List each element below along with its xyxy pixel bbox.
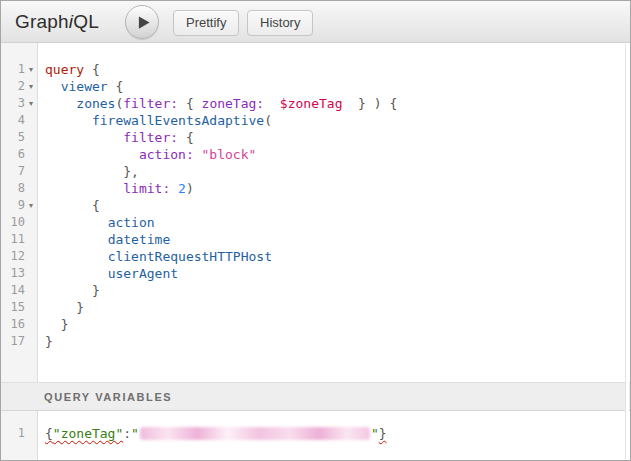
code-line[interactable]: { (45, 197, 625, 214)
code-token: } (45, 283, 100, 298)
code-token (45, 113, 92, 128)
variables-editor-code[interactable]: {"zoneTag":""} (39, 411, 625, 460)
code-line[interactable]: userAgent (45, 265, 625, 282)
code-token: action: (139, 147, 194, 162)
code-token: ) (186, 181, 194, 196)
app-title: GraphiQL (15, 11, 99, 33)
gutter-line: 1▾ (1, 61, 37, 78)
code-line[interactable]: firewallEventsAdaptive( (45, 112, 625, 129)
query-editor-gutter: 1▾2▾3▾456789▾1011121314151617 (1, 43, 38, 382)
gutter-line: 8 (1, 180, 37, 197)
line-number: 3 (1, 95, 25, 112)
code-token: } (379, 426, 387, 441)
line-number: 1 (1, 61, 25, 78)
code-line[interactable]: zones(filter: { zoneTag: $zoneTag } ) { (45, 95, 625, 112)
gutter-line: 12 (1, 248, 37, 265)
code-token (45, 79, 61, 94)
code-token: userAgent (108, 266, 178, 281)
code-token: : (123, 426, 131, 441)
redacted-zone-tag-value (140, 427, 370, 440)
code-token: } (45, 300, 84, 315)
code-token: { (84, 62, 100, 77)
line-number: 6 (1, 146, 25, 163)
gutter-line: 1 (1, 425, 37, 442)
code-token: } (45, 317, 68, 332)
scrollbar-gutter (625, 44, 629, 459)
gutter-line: 3▾ (1, 95, 37, 112)
line-number: 2 (1, 78, 25, 95)
execute-button[interactable] (125, 5, 159, 39)
fold-arrow-icon[interactable]: ▾ (25, 61, 37, 78)
app-title-ql: QL (73, 11, 99, 32)
code-line[interactable]: action: "block" (45, 146, 625, 163)
code-token: { (45, 198, 100, 213)
code-line[interactable]: limit: 2) (45, 180, 625, 197)
toolbar: GraphiQL Prettify History (1, 1, 630, 43)
code-token (45, 232, 108, 247)
play-icon (126, 9, 158, 37)
code-token: " (131, 426, 139, 441)
graphiql-window: GraphiQL Prettify History 1▾2▾3▾456789▾1… (0, 0, 631, 461)
code-token (45, 130, 123, 145)
code-line[interactable]: clientRequestHTTPHost (45, 248, 625, 265)
gutter-line: 11 (1, 231, 37, 248)
code-token: { (178, 130, 194, 145)
code-line[interactable]: datetime (45, 231, 625, 248)
code-token (45, 266, 108, 281)
code-token: } (45, 334, 53, 349)
code-token: zoneTag: (202, 96, 265, 111)
code-token: "block" (202, 147, 257, 162)
code-token: action (108, 215, 155, 230)
query-variables-header[interactable]: QUERY VARIABLES (1, 382, 630, 411)
gutter-line: 13 (1, 265, 37, 282)
code-token: 2 (178, 181, 186, 196)
code-token: filter: (123, 130, 178, 145)
code-line[interactable]: query { (45, 61, 625, 78)
code-token: ( (264, 113, 272, 128)
gutter-line: 14 (1, 282, 37, 299)
line-number: 5 (1, 129, 25, 146)
code-line[interactable]: } (45, 282, 625, 299)
line-number: 7 (1, 163, 25, 180)
gutter-line: 2▾ (1, 78, 37, 95)
code-token: " (371, 426, 379, 441)
history-button[interactable]: History (247, 10, 313, 36)
code-line[interactable]: viewer { (45, 78, 625, 95)
code-token: clientRequestHTTPHost (108, 249, 272, 264)
variables-editor-gutter: 1 (1, 411, 38, 460)
code-token: datetime (108, 232, 171, 247)
gutter-line: 17 (1, 333, 37, 350)
code-line[interactable]: } (45, 316, 625, 333)
line-number: 17 (1, 333, 25, 350)
variables-editor[interactable]: 1 {"zoneTag":""} (1, 411, 630, 460)
code-token: { (178, 96, 201, 111)
line-number: 12 (1, 248, 25, 265)
code-line[interactable]: action (45, 214, 625, 231)
code-line[interactable]: } (45, 333, 625, 350)
code-token: } ) { (342, 96, 397, 111)
code-line[interactable]: } (45, 299, 625, 316)
code-token (45, 215, 108, 230)
code-token (45, 96, 76, 111)
code-token (45, 249, 108, 264)
code-line[interactable]: filter: { (45, 129, 625, 146)
gutter-line: 16 (1, 316, 37, 333)
fold-arrow-icon[interactable]: ▾ (25, 197, 37, 214)
prettify-button[interactable]: Prettify (173, 10, 239, 36)
code-token (170, 181, 178, 196)
line-number: 13 (1, 265, 25, 282)
code-token: { (45, 426, 53, 441)
line-number: 1 (1, 425, 25, 442)
code-line[interactable]: }, (45, 163, 625, 180)
gutter-line: 15 (1, 299, 37, 316)
gutter-line: 6 (1, 146, 37, 163)
code-line[interactable]: {"zoneTag":""} (45, 425, 625, 442)
fold-arrow-icon[interactable]: ▾ (25, 78, 37, 95)
query-editor[interactable]: 1▾2▾3▾456789▾1011121314151617 query { vi… (1, 43, 630, 382)
line-number: 10 (1, 214, 25, 231)
fold-arrow-icon[interactable]: ▾ (25, 95, 37, 112)
query-editor-code[interactable]: query { viewer { zones(filter: { zoneTag… (39, 43, 625, 382)
code-token: limit: (123, 181, 170, 196)
line-number: 9 (1, 197, 25, 214)
line-number: 11 (1, 231, 25, 248)
